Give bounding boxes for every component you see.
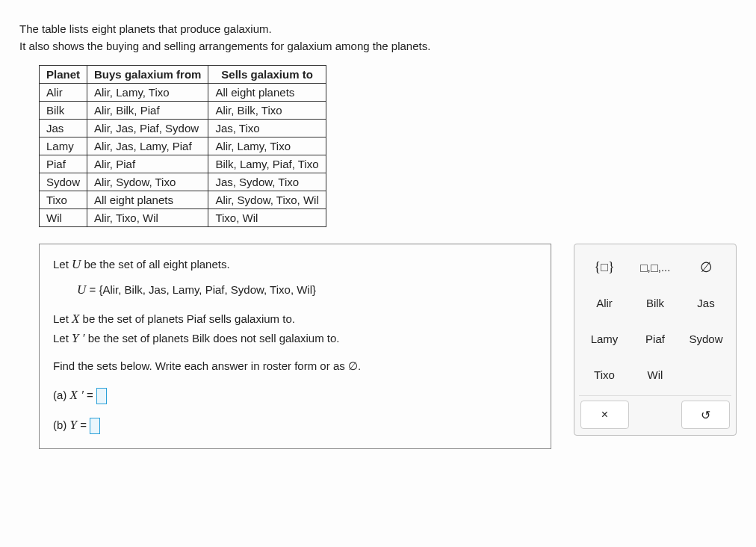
answer-a-line: (a) X ′ = (53, 386, 537, 405)
cell-sells: All eight planets (208, 84, 326, 102)
palette-spacer (632, 401, 679, 429)
palette-planet-piaf[interactable]: Piaf (631, 322, 679, 355)
cell-buys: Alir, Lamy, Tixo (87, 84, 208, 102)
palette-planet-sydow[interactable]: Sydow (682, 322, 730, 355)
question-box: Let U be the set of all eight planets. U… (39, 244, 551, 449)
cell-buys: Alir, Jas, Lamy, Piaf (87, 137, 208, 155)
planets-table: Planet Buys galaxium from Sells galaxium… (39, 65, 326, 227)
cell-buys: Alir, Jas, Piaf, Sydow (87, 120, 208, 137)
cell-planet: Lamy (40, 137, 87, 155)
cell-planet: Bilk (40, 102, 87, 120)
col-sells: Sells galaxium to (208, 66, 326, 84)
cell-sells: Tixo, Wil (208, 209, 326, 227)
cell-buys: Alir, Piaf (87, 155, 208, 173)
table-row: AlirAlir, Lamy, TixoAll eight planets (40, 84, 326, 102)
intro-line1: The table lists eight planets that produ… (19, 22, 272, 35)
cell-sells: Alir, Lamy, Tixo (208, 137, 326, 155)
let-u-line: Let U be the set of all eight planets. (53, 255, 537, 274)
emptyset-icon: ∅ (700, 259, 713, 276)
cell-sells: Bilk, Lamy, Piaf, Tixo (208, 155, 326, 173)
roster-icon: ,,... (640, 261, 671, 274)
palette-planet-jas[interactable]: Jas (682, 286, 730, 319)
palette-planet-wil[interactable]: Wil (631, 358, 679, 391)
cell-sells: Alir, Bilk, Tixo (208, 102, 326, 120)
cell-buys: All eight planets (87, 191, 208, 209)
col-buys: Buys galaxium from (87, 66, 208, 84)
cell-planet: Jas (40, 120, 87, 137)
cell-buys: Alir, Tixo, Wil (87, 209, 208, 227)
reset-icon: ↺ (701, 408, 710, 422)
close-icon: × (601, 408, 608, 421)
cell-sells: Jas, Tixo (208, 120, 326, 137)
palette-planet-bilk[interactable]: Bilk (631, 286, 679, 319)
palette-clear-button[interactable]: × (580, 401, 629, 429)
palette-braces-button[interactable]: {} (580, 250, 628, 283)
palette-planet-tixo[interactable]: Tixo (580, 358, 628, 391)
cell-sells: Alir, Sydow, Tixo, Wil (208, 191, 326, 209)
col-planet: Planet (40, 66, 87, 84)
table-header-row: Planet Buys galaxium from Sells galaxium… (40, 66, 326, 84)
input-palette: {} ,,... ∅ Alir Bilk Jas Lamy Piaf Sydow… (574, 244, 737, 436)
palette-planet-empty (682, 358, 730, 391)
cell-planet: Piaf (40, 155, 87, 173)
let-x-line: Let X be the set of planets Piaf sells g… (53, 309, 537, 329)
answer-b-input[interactable] (90, 418, 100, 434)
table-row: LamyAlir, Jas, Lamy, PiafAlir, Lamy, Tix… (40, 137, 326, 155)
table-body: AlirAlir, Lamy, TixoAll eight planetsBil… (40, 84, 326, 227)
cell-buys: Alir, Sydow, Tixo (87, 173, 208, 191)
answer-b-line: (b) Y = (53, 415, 537, 435)
cell-planet: Wil (40, 209, 87, 227)
cell-sells: Jas, Sydow, Tixo (208, 173, 326, 191)
var-y-prime: Y ′ (72, 331, 84, 345)
var-u: U (72, 257, 81, 271)
cell-planet: Tixo (40, 191, 87, 209)
palette-planet-lamy[interactable]: Lamy (580, 322, 628, 355)
intro-line2: It also shows the buying and selling arr… (19, 40, 430, 52)
var-x: X (72, 312, 79, 326)
intro-text: The table lists eight planets that produ… (19, 21, 737, 55)
table-row: TixoAll eight planetsAlir, Sydow, Tixo, … (40, 191, 326, 209)
cell-planet: Sydow (40, 173, 87, 191)
palette-planet-alir[interactable]: Alir (580, 286, 628, 319)
answer-a-input[interactable] (96, 388, 107, 404)
table-row: JasAlir, Jas, Piaf, SydowJas, Tixo (40, 120, 326, 137)
find-instruction: Find the sets below. Write each answer i… (53, 357, 537, 374)
table-row: SydowAlir, Sydow, TixoJas, Sydow, Tixo (40, 173, 326, 191)
palette-emptyset-button[interactable]: ∅ (682, 250, 730, 283)
table-row: BilkAlir, Bilk, PiafAlir, Bilk, Tixo (40, 102, 326, 120)
table-row: WilAlir, Tixo, WilTixo, Wil (40, 209, 326, 227)
palette-roster-button[interactable]: ,,... (631, 250, 679, 283)
u-definition: U = {Alir, Bilk, Jas, Lamy, Piaf, Sydow,… (77, 280, 537, 300)
cell-planet: Alir (40, 84, 87, 102)
cell-buys: Alir, Bilk, Piaf (87, 102, 208, 120)
table-row: PiafAlir, PiafBilk, Lamy, Piaf, Tixo (40, 155, 326, 173)
palette-reset-button[interactable]: ↺ (681, 401, 730, 429)
let-y-line: Let Y ′ be the set of planets Bilk does … (53, 329, 537, 348)
